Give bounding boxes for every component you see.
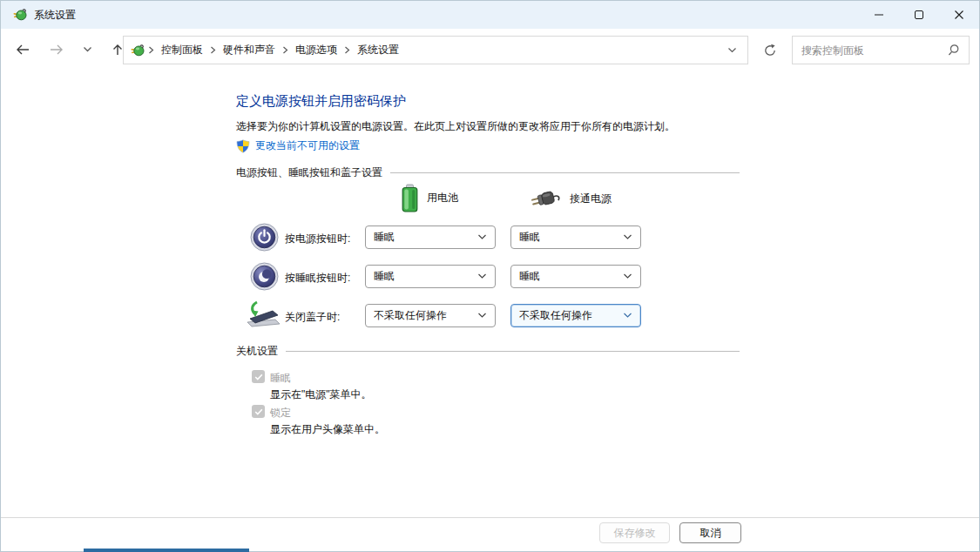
breadcrumb-hardware-sound[interactable]: 硬件和声音 <box>218 39 280 61</box>
page-title: 定义电源按钮并启用密码保护 <box>236 93 406 110</box>
power-plug-location-icon <box>131 44 145 57</box>
close-button[interactable] <box>939 1 979 29</box>
column-plugged-in: 接通电源 <box>529 188 612 209</box>
sleep-button-row-label: 按睡眠按钮时: <box>285 271 350 286</box>
forward-icon <box>49 43 64 57</box>
check-icon <box>254 374 263 380</box>
dropdown-value: 不采取任何操作 <box>519 308 623 323</box>
chevron-down-icon <box>623 313 632 319</box>
cancel-button[interactable]: 取消 <box>679 522 741 543</box>
uac-shield-icon <box>236 139 250 153</box>
forward-button[interactable] <box>47 41 66 58</box>
column-plugged-in-label: 接通电源 <box>570 192 612 206</box>
section-shutdown-header: 关机设置 <box>236 344 740 359</box>
sleep-button-plugged-dropdown[interactable]: 睡眠 <box>510 265 641 288</box>
breadcrumb-power-options[interactable]: 电源选项 <box>290 39 342 61</box>
laptop-lid-icon <box>245 300 281 331</box>
maximize-button[interactable] <box>899 1 939 29</box>
dropdown-value: 睡眠 <box>374 230 477 245</box>
background-taskbar-strip <box>84 549 249 552</box>
dropdown-value: 睡眠 <box>519 230 623 245</box>
titlebar: 系统设置 <box>1 1 979 29</box>
column-on-battery-label: 用电池 <box>427 191 458 205</box>
address-dropdown-button[interactable] <box>724 44 740 57</box>
chevron-down-icon <box>623 234 632 240</box>
system-settings-window: 系统设置 <box>0 0 980 552</box>
address-bar[interactable]: 控制面板 硬件和声音 电源选项 系统设置 <box>123 36 748 64</box>
section-power-buttons-header: 电源按钮、睡眠按钮和盖子设置 <box>236 165 740 180</box>
navigation-bar: 控制面板 硬件和声音 电源选项 系统设置 <box>1 29 979 71</box>
sleep-button-icon <box>250 262 279 293</box>
change-unavailable-settings-label: 更改当前不可用的设置 <box>255 138 360 153</box>
recent-locations-button[interactable] <box>81 44 94 55</box>
search-icon[interactable] <box>947 44 960 57</box>
chevron-down-icon <box>727 47 737 54</box>
section-power-buttons-title: 电源按钮、睡眠按钮和盖子设置 <box>236 165 382 180</box>
section-rule <box>286 351 740 352</box>
maximize-icon <box>914 10 924 20</box>
sleep-option-checkbox[interactable] <box>252 370 265 383</box>
change-unavailable-settings-link[interactable]: 更改当前不可用的设置 <box>236 138 360 153</box>
power-button-plugged-dropdown[interactable]: 睡眠 <box>510 226 641 249</box>
window-title: 系统设置 <box>34 8 76 23</box>
page-description: 选择要为你的计算机设置的电源设置。在此页上对设置所做的更改将应用于你所有的电源计… <box>236 119 675 134</box>
search-box <box>792 36 970 64</box>
lid-close-battery-dropdown[interactable]: 不采取任何操作 <box>365 304 496 327</box>
check-icon <box>254 408 263 415</box>
chevron-down-icon <box>477 273 487 279</box>
lock-option-label: 锁定 <box>270 406 291 421</box>
power-button-icon <box>250 223 279 254</box>
sleep-option-description: 显示在"电源"菜单中。 <box>270 387 372 402</box>
chevron-down-icon <box>83 46 92 53</box>
dropdown-value: 睡眠 <box>374 269 477 284</box>
power-plug-app-icon <box>13 8 27 22</box>
chevron-down-icon <box>477 234 487 240</box>
lock-option-checkbox[interactable] <box>252 405 265 418</box>
breadcrumb-separator-icon <box>210 46 216 54</box>
power-button-battery-dropdown[interactable]: 睡眠 <box>365 226 496 249</box>
breadcrumb-separator-icon <box>344 46 350 54</box>
column-on-battery: 用电池 <box>402 184 458 212</box>
section-rule <box>390 172 740 173</box>
lid-close-plugged-dropdown[interactable]: 不采取任何操作 <box>510 304 641 327</box>
power-button-row-label: 按电源按钮时: <box>285 232 350 246</box>
chevron-down-icon <box>477 313 487 319</box>
back-icon <box>15 43 30 57</box>
chevron-down-icon <box>623 273 632 279</box>
minimize-button[interactable] <box>859 1 899 29</box>
nav-arrows <box>1 41 123 58</box>
footer-separator <box>1 517 979 518</box>
dropdown-value: 不采取任何操作 <box>374 308 477 323</box>
breadcrumb-separator-icon <box>148 46 154 54</box>
save-changes-button[interactable]: 保存修改 <box>599 522 670 543</box>
close-icon <box>954 10 964 20</box>
sleep-option-label: 睡眠 <box>270 371 291 386</box>
minimize-icon <box>874 10 884 20</box>
back-button[interactable] <box>13 41 32 58</box>
breadcrumb-control-panel[interactable]: 控制面板 <box>156 39 208 61</box>
window-controls <box>859 1 979 29</box>
search-input[interactable] <box>801 44 947 57</box>
section-shutdown-title: 关机设置 <box>236 344 278 359</box>
lid-close-row-label: 关闭盖子时: <box>285 310 340 325</box>
dropdown-value: 睡眠 <box>519 269 623 284</box>
breadcrumb-separator-icon <box>282 46 288 54</box>
refresh-icon <box>763 44 777 57</box>
refresh-button[interactable] <box>752 36 788 64</box>
plug-icon <box>529 188 561 209</box>
sleep-button-battery-dropdown[interactable]: 睡眠 <box>365 265 496 288</box>
lock-option-description: 显示在用户头像菜单中。 <box>270 422 385 437</box>
breadcrumb-system-settings[interactable]: 系统设置 <box>352 39 404 61</box>
battery-icon <box>402 184 418 212</box>
